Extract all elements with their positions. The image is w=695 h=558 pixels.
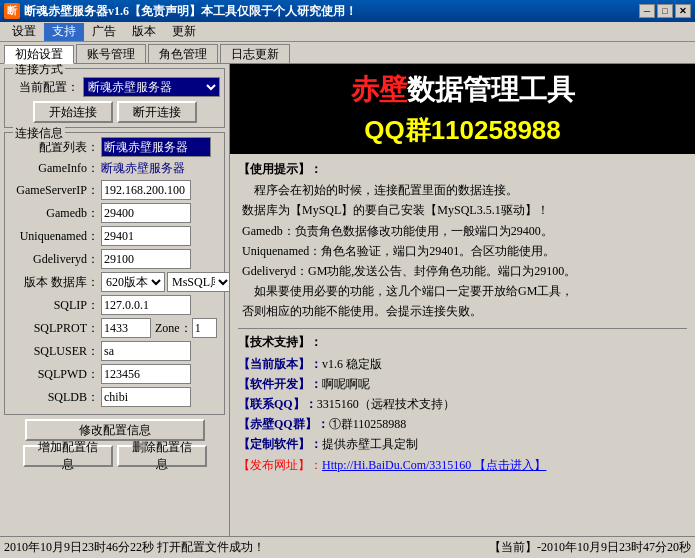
- tech-label-3: 【赤壁QQ群】：: [238, 417, 329, 431]
- sqlpwd-row: SQLPWD：: [9, 364, 220, 384]
- sqluser-label: SQLUSER：: [9, 343, 99, 360]
- usage-line-5: 如果要使用必要的功能，这几个端口一定要开放给GM工具，: [254, 282, 687, 301]
- tab-role-mgmt[interactable]: 角色管理: [148, 44, 218, 63]
- usage-line-6: 否则相应的功能不能使用。会提示连接失败。: [242, 302, 687, 321]
- tech-val-4: 提供赤壁工具定制: [322, 437, 418, 451]
- banner-qq: QQ群110258988: [364, 113, 561, 148]
- banner-title: 赤壁数据管理工具: [351, 71, 575, 109]
- tech-section: 【技术支持】： 【当前版本】：v1.6 稳定版 【软件开发】：啊呢啊呢 【联系Q…: [238, 333, 687, 475]
- sqluser-input[interactable]: [101, 341, 191, 361]
- connection-info-title: 连接信息: [13, 125, 65, 142]
- connection-info-group: 连接信息 配置列表： GameInfo： 断魂赤壁服务器 GameServerI…: [4, 132, 225, 415]
- usage-line-2: Gamedb：负责角色数据修改功能使用，一般端口为29400。: [242, 222, 687, 241]
- tech-val-1: 啊呢啊呢: [322, 377, 370, 391]
- tab-account-mgmt[interactable]: 账号管理: [76, 44, 146, 63]
- db-type-select[interactable]: MsSQL库: [167, 272, 230, 292]
- disconnect-button[interactable]: 断开连接: [117, 101, 197, 123]
- tech-line-5: 【发布网址】：Http://Hi.BaiDu.Com/3315160 【点击进入…: [238, 456, 687, 475]
- connect-buttons-row: 开始连接 断开连接: [9, 101, 220, 123]
- sqlpwd-input[interactable]: [101, 364, 191, 384]
- window-title: 断魂赤壁服务器v1.6【免责声明】本工具仅限于个人研究使用！: [24, 3, 357, 20]
- connection-type-group: 连接方式 当前配置： 断魂赤壁服务器 开始连接 断开连接: [4, 68, 225, 128]
- tech-line-2: 【联系QQ】：3315160（远程技术支持）: [238, 395, 687, 414]
- uniquenamed-label: Uniquenamed：: [9, 228, 99, 245]
- gameserverip-input[interactable]: [101, 180, 191, 200]
- current-config-row: 当前配置： 断魂赤壁服务器: [9, 77, 220, 97]
- tech-label-4: 【定制软件】：: [238, 437, 322, 451]
- uniquenamed-row: Uniquenamed：: [9, 226, 220, 246]
- tab-log-update[interactable]: 日志更新: [220, 44, 290, 63]
- sqluser-row: SQLUSER：: [9, 341, 220, 361]
- main-content: 连接方式 当前配置： 断魂赤壁服务器 开始连接 断开连接 连接信息 配置列表： …: [0, 64, 695, 536]
- menu-update[interactable]: 更新: [164, 23, 204, 41]
- usage-heading: 【使用提示】：: [238, 160, 687, 179]
- version-select[interactable]: 620版本: [101, 272, 165, 292]
- status-left: 2010年10月9日23时46分22秒 打开配置文件成功！: [4, 539, 265, 556]
- banner-title-white: 数据管理工具: [407, 74, 575, 105]
- minimize-button[interactable]: ─: [639, 4, 655, 18]
- status-bar: 2010年10月9日23时46分22秒 打开配置文件成功！ 【当前】-2010年…: [0, 536, 695, 558]
- start-connect-button[interactable]: 开始连接: [33, 101, 113, 123]
- gameinfo-value: 断魂赤壁服务器: [101, 160, 185, 177]
- right-panel: 赤壁数据管理工具 QQ群110258988 【使用提示】： 程序会在初始的时候，…: [230, 64, 695, 536]
- title-controls: ─ □ ✕: [639, 4, 691, 18]
- menu-support[interactable]: 支持: [44, 23, 84, 41]
- version-db-row: 版本 数据库： 620版本 MsSQL库: [9, 272, 220, 292]
- usage-line-0: 程序会在初始的时候，连接配置里面的数据连接。: [254, 181, 687, 200]
- add-delete-row: 增加配置信息 删除配置信息: [4, 445, 225, 467]
- gamedb-input[interactable]: [101, 203, 191, 223]
- tech-line-0: 【当前版本】：v1.6 稳定版: [238, 355, 687, 374]
- sqlpwd-label: SQLPWD：: [9, 366, 99, 383]
- tech-val-3: ①群110258988: [329, 417, 407, 431]
- title-bar-left: 断 断魂赤壁服务器v1.6【免责声明】本工具仅限于个人研究使用！: [4, 3, 357, 20]
- gdeliveryd-label: Gdeliveryd：: [9, 251, 99, 268]
- status-right: 【当前】-2010年10月9日23时47分20秒: [489, 539, 691, 556]
- tech-label-5: 【发布网址】：: [238, 458, 322, 472]
- menu-ads[interactable]: 广告: [84, 23, 124, 41]
- connection-type-title: 连接方式: [13, 64, 65, 78]
- delete-config-button[interactable]: 删除配置信息: [117, 445, 207, 467]
- usage-section: 【使用提示】： 程序会在初始的时候，连接配置里面的数据连接。 数据库为【MySQ…: [238, 160, 687, 322]
- uniquenamed-input[interactable]: [101, 226, 191, 246]
- sqlip-row: SQLIP：: [9, 295, 220, 315]
- zone-input[interactable]: [192, 318, 217, 338]
- tech-label-2: 【联系QQ】：: [238, 397, 317, 411]
- tech-label-1: 【软件开发】：: [238, 377, 322, 391]
- version-db-label: 版本 数据库：: [9, 274, 99, 291]
- tech-label-0: 【当前版本】：: [238, 357, 322, 371]
- sqldb-label: SQLDB：: [9, 389, 99, 406]
- divider: [238, 328, 687, 329]
- sqldb-input[interactable]: [101, 387, 191, 407]
- info-text-area: 【使用提示】： 程序会在初始的时候，连接配置里面的数据连接。 数据库为【MySQ…: [230, 154, 695, 536]
- menu-settings[interactable]: 设置: [4, 23, 44, 41]
- left-panel: 连接方式 当前配置： 断魂赤壁服务器 开始连接 断开连接 连接信息 配置列表： …: [0, 64, 230, 536]
- sqlprot-row: SQLPROT： Zone：: [9, 318, 220, 338]
- tech-heading: 【技术支持】：: [238, 333, 687, 352]
- tab-initial-settings[interactable]: 初始设置: [4, 45, 74, 64]
- tech-link-5[interactable]: Http://Hi.BaiDu.Com/3315160 【点击进入】: [322, 458, 546, 472]
- gameinfo-row: GameInfo： 断魂赤壁服务器: [9, 160, 220, 177]
- sqlprot-input[interactable]: [101, 318, 151, 338]
- gameserverip-label: GameServerIP：: [9, 182, 99, 199]
- usage-line-4: Gdeliveryd：GM功能,发送公告、封停角色功能。端口为29100。: [242, 262, 687, 281]
- sqlip-input[interactable]: [101, 295, 191, 315]
- modify-config-button[interactable]: 修改配置信息: [25, 419, 205, 441]
- sqlprot-label: SQLPROT：: [9, 320, 99, 337]
- close-button[interactable]: ✕: [675, 4, 691, 18]
- banner-title-red: 赤壁: [351, 74, 407, 105]
- config-list-input[interactable]: [101, 137, 211, 157]
- current-config-label: 当前配置：: [9, 79, 79, 96]
- sqlip-label: SQLIP：: [9, 297, 99, 314]
- zone-label: Zone：: [155, 320, 192, 337]
- tab-bar: 初始设置 账号管理 角色管理 日志更新: [0, 42, 695, 64]
- menu-version[interactable]: 版本: [124, 23, 164, 41]
- menu-bar: 设置 支持 广告 版本 更新: [0, 22, 695, 42]
- server-select[interactable]: 断魂赤壁服务器: [83, 77, 220, 97]
- gdeliveryd-input[interactable]: [101, 249, 191, 269]
- tech-val-2: 3315160（远程技术支持）: [317, 397, 455, 411]
- tech-val-0: v1.6 稳定版: [322, 357, 382, 371]
- tech-line-1: 【软件开发】：啊呢啊呢: [238, 375, 687, 394]
- title-bar: 断 断魂赤壁服务器v1.6【免责声明】本工具仅限于个人研究使用！ ─ □ ✕: [0, 0, 695, 22]
- add-config-button[interactable]: 增加配置信息: [23, 445, 113, 467]
- maximize-button[interactable]: □: [657, 4, 673, 18]
